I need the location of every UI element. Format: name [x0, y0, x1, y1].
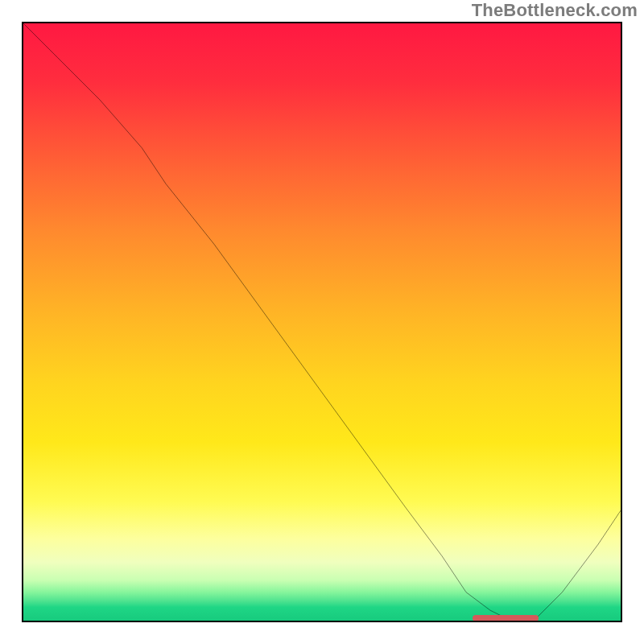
- gradient-background: [22, 22, 622, 622]
- plot-area: [22, 22, 622, 622]
- optimal-range-marker: [473, 615, 539, 621]
- watermark-text: TheBottleneck.com: [472, 0, 638, 21]
- chart-container: TheBottleneck.com: [0, 0, 644, 644]
